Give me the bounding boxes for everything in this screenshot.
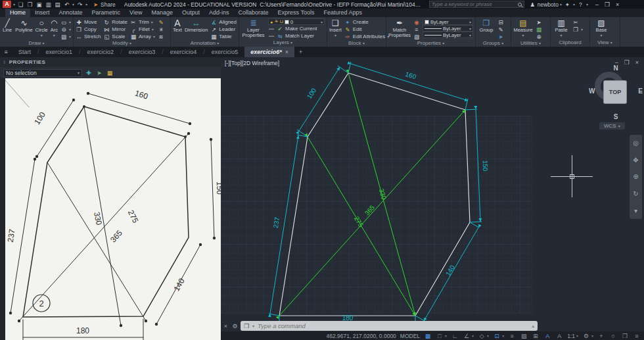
- help-search-box[interactable]: [429, 1, 524, 8]
- ungroup-button[interactable]: ⊟: [497, 18, 504, 26]
- dimension-button[interactable]: ↔Dimension: [185, 18, 208, 33]
- tab-close-icon[interactable]: ×: [285, 47, 288, 57]
- copy-button[interactable]: ❐Copy: [76, 26, 101, 33]
- pan-icon[interactable]: ✥: [633, 157, 638, 164]
- selection-cycling-icon[interactable]: ⊞: [532, 333, 540, 339]
- object-color-combo[interactable]: ByLayer▾: [423, 18, 473, 25]
- tab-exercicio4[interactable]: exercicio4: [164, 47, 203, 57]
- help-icon[interactable]: ?: [577, 1, 584, 8]
- workspace-dropdown-icon[interactable]: ▾: [591, 333, 593, 338]
- nav-more-icon[interactable]: ▾: [634, 207, 637, 214]
- circle-button[interactable]: ○Circle▾: [35, 18, 48, 38]
- tab-start[interactable]: Start: [12, 47, 37, 57]
- viewcube[interactable]: N S W E TOP: [589, 66, 642, 119]
- panel-title-utilities[interactable]: Utilities ▾: [511, 40, 550, 47]
- command-expand-icon[interactable]: ▴: [532, 324, 534, 329]
- viewcube-top-face[interactable]: TOP: [604, 81, 626, 103]
- toggle-pickadd-icon[interactable]: ✚: [85, 70, 93, 76]
- quick-select-button[interactable]: ➤: [536, 18, 542, 26]
- scale-dropdown-icon[interactable]: ▾: [576, 333, 578, 338]
- annotation-monitor-icon[interactable]: +: [597, 333, 605, 339]
- panel-title-properties[interactable]: Properties ▾: [386, 40, 475, 47]
- rotate-button[interactable]: ↻Rotate: [103, 18, 127, 26]
- new-tab-button[interactable]: +: [295, 47, 306, 57]
- create-block-button[interactable]: ✦Create: [344, 18, 389, 26]
- cut-button[interactable]: ✂: [572, 18, 583, 26]
- drawing-viewport[interactable]: 100 160 150 140 180 237 330 365 275 [-][…: [221, 57, 644, 340]
- polar-dropdown-icon[interactable]: ▾: [472, 333, 474, 338]
- command-recent-dropdown-icon[interactable]: ▾: [252, 324, 254, 328]
- arc-dropdown-icon[interactable]: ▾: [53, 33, 55, 38]
- osnap-dropdown-icon[interactable]: ▾: [502, 333, 504, 338]
- panel-title-draw[interactable]: Draw ▾: [0, 40, 73, 47]
- undo-dropdown-icon[interactable]: ▾: [72, 2, 74, 7]
- tab-exercicio5[interactable]: exercicio5: [206, 47, 244, 57]
- palette-grip-icon[interactable]: ‖: [3, 59, 6, 65]
- leader-button[interactable]: ↗Leader: [210, 26, 237, 33]
- nav-wheel-icon[interactable]: ◎: [633, 139, 639, 147]
- ortho-toggle-icon[interactable]: ∟: [451, 333, 459, 339]
- tab-parametric[interactable]: Parametric: [87, 9, 126, 17]
- panel-title-view[interactable]: View ▾: [590, 39, 620, 47]
- ellipse-button[interactable]: ⊖▾: [60, 26, 71, 33]
- tab-collaborate[interactable]: Collaborate: [234, 9, 273, 17]
- share-button[interactable]: ➤ Share: [92, 1, 116, 8]
- coordinates-display[interactable]: 462.9671, 217.0200, 0.0000: [326, 333, 396, 339]
- panel-title-layers[interactable]: Layers ▾: [239, 39, 327, 47]
- ucs-dropdown[interactable]: WCS ▾: [599, 122, 625, 130]
- insert-button[interactable]: ❑Insert▾: [329, 18, 342, 38]
- stretch-button[interactable]: ↔Stretch: [76, 33, 101, 40]
- rectangle-button[interactable]: ▭▾: [60, 18, 71, 26]
- command-customize-icon[interactable]: ⚙: [231, 323, 239, 329]
- snap-toggle-icon[interactable]: □: [436, 333, 444, 339]
- edit-attributes-button[interactable]: ✑Edit Attributes ▾: [344, 33, 389, 40]
- fillet-button[interactable]: ╭Fillet ▾: [130, 26, 155, 33]
- autocad-logo-icon[interactable]: A: [3, 1, 11, 8]
- command-bar[interactable]: ❒ ▾ ▴: [241, 321, 538, 331]
- apps-icon[interactable]: ✦: [564, 1, 571, 8]
- viewport-controls[interactable]: [-][Top][2D Wireframe]: [225, 60, 279, 66]
- palette-header[interactable]: ‖ PROPERTIES: [0, 57, 221, 67]
- viewcube-north[interactable]: N: [589, 64, 642, 72]
- apps-dropdown-icon[interactable]: ▾: [573, 2, 575, 7]
- measure-button[interactable]: ▤Measure▾: [513, 18, 533, 38]
- group-edit-button[interactable]: ✎: [497, 26, 504, 33]
- tab-express-tools[interactable]: Express Tools: [273, 9, 319, 17]
- transparency-toggle-icon[interactable]: ▨: [520, 333, 528, 339]
- hatch-button[interactable]: ▨▾: [60, 33, 71, 40]
- panel-title-block[interactable]: Block ▾: [327, 40, 386, 47]
- viewcube-south[interactable]: S: [589, 113, 642, 120]
- tab-view[interactable]: View: [125, 9, 147, 17]
- move-button[interactable]: ✚Move: [76, 18, 101, 26]
- isodraft-dropdown-icon[interactable]: ▾: [487, 333, 489, 338]
- isolate-objects-icon[interactable]: ○: [609, 333, 617, 339]
- plot-icon[interactable]: ▤: [54, 1, 61, 8]
- save-icon[interactable]: ▣: [35, 1, 43, 8]
- edit-block-button[interactable]: ✎Edit: [344, 26, 389, 33]
- panel-title-annotation[interactable]: Annotation ▾: [171, 40, 239, 47]
- file-tab-menu-icon[interactable]: ≡: [3, 49, 10, 55]
- tab-annotate[interactable]: Annotate: [55, 9, 87, 17]
- select-objects-icon[interactable]: ➤: [95, 70, 103, 76]
- new-file-icon[interactable]: ❏: [17, 1, 24, 8]
- trim-button[interactable]: ✂Trim ▾: [130, 18, 155, 26]
- grid-toggle-icon[interactable]: ▦: [424, 333, 432, 339]
- lineweight-combo[interactable]: ByLayer▾: [423, 25, 473, 32]
- account-menu[interactable]: ♟ newboto ▾: [529, 1, 562, 8]
- scale-button[interactable]: ◱Scale: [103, 33, 127, 40]
- quick-calc-button[interactable]: ▦: [536, 26, 542, 33]
- tab-exercicio1[interactable]: exercicio1: [40, 47, 79, 57]
- tab-exercicio2[interactable]: exercicio2: [81, 47, 120, 57]
- offset-button[interactable]: ≋: [158, 33, 164, 40]
- reference-image[interactable]: 160 100 150 237 140 180 330 275 365 2: [5, 78, 221, 340]
- selection-dropdown[interactable]: No selection ▾: [3, 69, 82, 77]
- command-input[interactable]: [258, 322, 528, 329]
- snap-dropdown-icon[interactable]: ▾: [445, 333, 447, 338]
- app-menu-dropdown-icon[interactable]: ▾: [13, 2, 15, 7]
- id-point-button[interactable]: ⊕: [536, 33, 542, 40]
- tab-output[interactable]: Output: [177, 9, 204, 17]
- open-file-icon[interactable]: ❒: [26, 1, 34, 8]
- annotation-scale-button[interactable]: 1:1: [567, 333, 575, 339]
- match-properties-button[interactable]: ✒Match Properties: [388, 18, 411, 38]
- command-prompt-icon[interactable]: ❒: [244, 323, 249, 329]
